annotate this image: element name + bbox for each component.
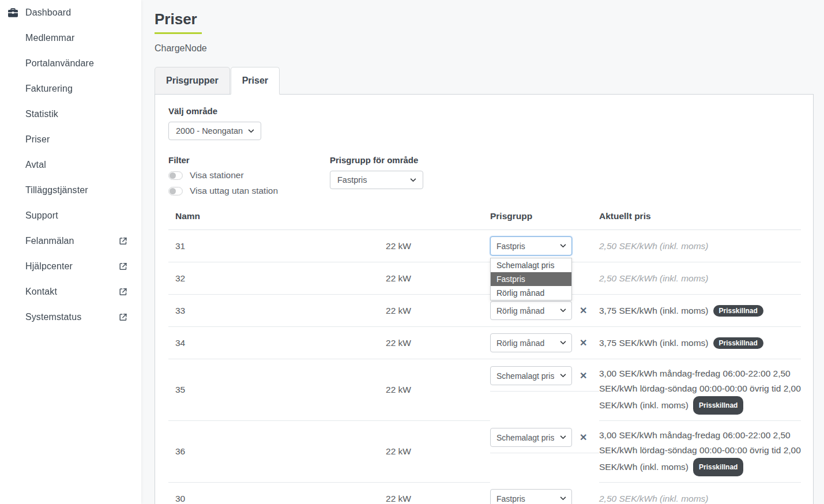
- row-power: 22 kW: [307, 421, 490, 483]
- tab-bar: Prisgrupper Priser: [155, 67, 824, 95]
- row-name: 30: [168, 483, 307, 504]
- row-name: 36: [168, 421, 307, 483]
- sidebar-item-medlemmar[interactable]: Medlemmar: [0, 25, 141, 51]
- area-price-group-select[interactable]: Fastpris: [330, 171, 423, 189]
- sidebar-item-felanmalan[interactable]: Felanmälan: [0, 228, 141, 254]
- chevron-down-icon: [560, 497, 566, 501]
- current-price: 2,50 SEK/kWh (inkl. moms): [599, 241, 709, 251]
- sidebar-item-portalanvandare[interactable]: Portalanvändare: [0, 51, 141, 76]
- table-row: 31 22 kW Fastpris Schemalagt pris Fastpr…: [168, 230, 801, 262]
- price-group-select[interactable]: Schemalagt pris: [490, 428, 572, 447]
- briefcase-icon: [8, 8, 18, 17]
- page-subtitle: ChargeNode: [155, 43, 824, 54]
- price-group-dropdown-menu: Schemalagt pris Fastpris Rörlig månad: [490, 258, 572, 300]
- toggle-visa-stationer[interactable]: Visa stationer: [168, 170, 330, 180]
- prisskillnad-badge: Prisskillnad: [713, 337, 763, 349]
- chevron-down-icon: [560, 244, 566, 248]
- current-price: 2,50 SEK/kWh (inkl. moms): [599, 494, 709, 504]
- column-header-spacer: [307, 211, 490, 221]
- dropdown-option-rorlig-manad[interactable]: Rörlig månad: [491, 286, 571, 300]
- prices-table: Namn Prisgrupp Aktuellt pris 31 22 kW Fa…: [168, 211, 801, 504]
- area-price-group-label: Prisgrupp för område: [330, 155, 423, 165]
- filter-label: Filter: [168, 155, 330, 165]
- row-power: 22 kW: [307, 483, 490, 504]
- row-power: 22 kW: [307, 230, 490, 262]
- toggle-label: Visa stationer: [190, 170, 244, 180]
- current-price: 3,75 SEK/kWh (inkl. moms)Prisskillnad: [599, 337, 763, 349]
- external-link-icon: [119, 237, 127, 246]
- row-name: 35: [168, 359, 307, 421]
- main-content: Priser ChargeNode Prisgrupper Priser Väl…: [141, 0, 824, 504]
- sidebar-item-dashboard[interactable]: Dashboard: [0, 0, 141, 25]
- chevron-down-icon: [410, 178, 416, 182]
- chevron-down-icon: [248, 129, 254, 133]
- row-power: 22 kW: [307, 262, 490, 295]
- chevron-down-icon: [560, 309, 566, 313]
- table-row: 30 22 kW Fastpris 2,50 SEK/kWh (inkl. mo…: [168, 483, 801, 504]
- sidebar-item-avtal[interactable]: Avtal: [0, 152, 141, 178]
- prisskillnad-badge: Prisskillnad: [693, 396, 743, 415]
- row-name: 32: [168, 262, 307, 295]
- price-group-select[interactable]: Schemalagt pris: [490, 366, 572, 385]
- sidebar-item-label: Dashboard: [25, 7, 71, 18]
- row-power: 22 kW: [307, 295, 490, 327]
- current-price: 2,50 SEK/kWh (inkl. moms): [599, 273, 709, 284]
- sidebar-item-hjalpcenter[interactable]: Hjälpcenter: [0, 254, 141, 279]
- remove-price-group-button[interactable]: ✕: [580, 428, 587, 447]
- prisskillnad-badge: Prisskillnad: [693, 458, 743, 476]
- area-select-value: 2000 - Neongatan: [176, 126, 243, 136]
- table-row: 34 22 kW Rörlig månad ✕ 3,75 SEK/kWh (in…: [168, 327, 801, 359]
- column-header-namn: Namn: [168, 211, 307, 221]
- dropdown-option-fastpris[interactable]: Fastpris: [491, 272, 571, 286]
- sidebar-item-priser[interactable]: Priser: [0, 127, 141, 152]
- sidebar-item-tillaggstjanster[interactable]: Tilläggstjänster: [0, 178, 141, 203]
- dropdown-option-schemalagt-pris[interactable]: Schemalagt pris: [491, 258, 571, 272]
- remove-price-group-button[interactable]: ✕: [580, 333, 587, 352]
- chevron-down-icon: [560, 341, 566, 345]
- remove-price-group-button[interactable]: ✕: [580, 301, 587, 320]
- sidebar-item-fakturering[interactable]: Fakturering: [0, 76, 141, 101]
- row-name: 34: [168, 327, 307, 359]
- table-row: 35 22 kW Schemalagt pris ✕ 3,00 SEK/kWh …: [168, 359, 801, 421]
- sidebar-item-support[interactable]: Support: [0, 203, 141, 228]
- toggle-visa-uttag-utan-station[interactable]: Visa uttag utan station: [168, 186, 330, 196]
- table-row: 33 22 kW Rörlig månad ✕ 3,75 SEK/kWh (in…: [168, 295, 801, 327]
- price-group-select[interactable]: Rörlig månad: [490, 333, 572, 352]
- sidebar-item-statistik[interactable]: Statistik: [0, 101, 141, 127]
- row-name: 31: [168, 230, 307, 262]
- area-price-group-value: Fastpris: [337, 175, 367, 185]
- tab-priser[interactable]: Priser: [231, 67, 280, 95]
- prisskillnad-badge: Prisskillnad: [713, 305, 763, 317]
- filter-block: Filter Visa stationer Visa uttag utan st…: [168, 155, 330, 196]
- row-power: 22 kW: [307, 327, 490, 359]
- tab-panel: Välj område 2000 - Neongatan Filter Visa…: [155, 94, 814, 504]
- sidebar-item-kontakt[interactable]: Kontakt: [0, 279, 141, 304]
- external-link-icon: [119, 288, 127, 296]
- chevron-down-icon: [560, 435, 566, 439]
- tab-prisgrupper[interactable]: Prisgrupper: [155, 67, 230, 95]
- price-group-select[interactable]: Rörlig månad: [490, 301, 572, 320]
- sidebar: Dashboard Medlemmar Portalanvändare Fakt…: [0, 0, 141, 504]
- price-group-select[interactable]: Fastpris: [490, 489, 572, 504]
- row-name: 33: [168, 295, 307, 327]
- table-row: 32 22 kW Fastpris 2,50 SEK/kWh (inkl. mo…: [168, 262, 801, 295]
- current-price: 3,00 SEK/kWh måndag-fredag 06:00-22:00 2…: [599, 368, 801, 410]
- area-price-group-block: Prisgrupp för område Fastpris: [330, 155, 423, 196]
- column-header-prisgrupp: Prisgrupp: [490, 211, 599, 221]
- area-select[interactable]: 2000 - Neongatan: [168, 122, 261, 140]
- page-title: Priser: [155, 10, 202, 34]
- remove-price-group-button[interactable]: ✕: [580, 366, 587, 385]
- filter-row: Filter Visa stationer Visa uttag utan st…: [168, 155, 801, 196]
- external-link-icon: [119, 262, 127, 271]
- column-header-aktuellt-pris: Aktuellt pris: [599, 211, 801, 221]
- toggle-label: Visa uttag utan station: [190, 186, 278, 196]
- chevron-down-icon: [560, 374, 566, 378]
- table-header: Namn Prisgrupp Aktuellt pris: [168, 211, 801, 230]
- area-select-label: Välj område: [168, 106, 801, 116]
- sidebar-item-systemstatus[interactable]: Systemstatus: [0, 304, 141, 330]
- row-power: 22 kW: [307, 359, 490, 421]
- price-group-select[interactable]: Fastpris: [490, 236, 572, 255]
- toggle-off-icon[interactable]: [168, 187, 183, 195]
- toggle-off-icon[interactable]: [168, 171, 183, 180]
- table-row: 36 22 kW Schemalagt pris ✕ 3,00 SEK/kWh …: [168, 421, 801, 483]
